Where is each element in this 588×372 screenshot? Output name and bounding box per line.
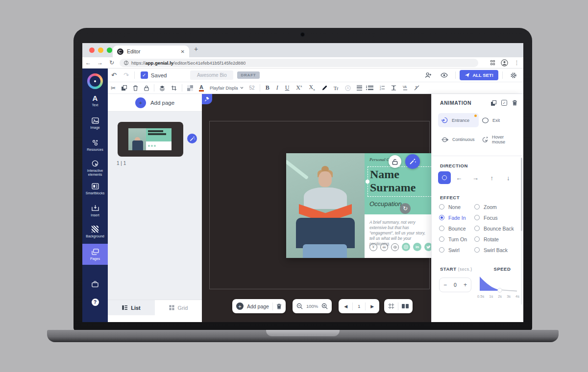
unlock-button[interactable] bbox=[389, 155, 401, 168]
add-page-icon[interactable]: + bbox=[236, 302, 244, 310]
help-button[interactable]: ? bbox=[82, 299, 108, 306]
bold-icon[interactable]: B bbox=[262, 84, 273, 92]
instagram-icon[interactable] bbox=[402, 243, 410, 251]
next-page-icon[interactable]: ▶ bbox=[369, 304, 375, 309]
previous-page-icon[interactable]: ◀ bbox=[343, 304, 349, 309]
direction-down-button[interactable]: ↓ bbox=[500, 174, 517, 182]
window-controls[interactable] bbox=[89, 47, 112, 53]
numbered-list-icon[interactable]: 12 bbox=[376, 85, 388, 91]
direction-right-button[interactable]: → bbox=[467, 174, 484, 182]
speed-curve[interactable] bbox=[478, 275, 518, 294]
page-thumbnail[interactable] bbox=[118, 122, 183, 157]
tab-exit[interactable]: Exit bbox=[479, 113, 519, 127]
add-social-icon[interactable]: + bbox=[369, 243, 377, 251]
maximize-window-icon[interactable] bbox=[107, 47, 112, 53]
tab-grid-view[interactable]: Grid bbox=[155, 300, 202, 315]
browser-tab[interactable]: Editor ✕ bbox=[113, 46, 189, 57]
sidebar-item-text[interactable]: A Text bbox=[82, 94, 108, 107]
link-icon[interactable]: A bbox=[342, 85, 354, 91]
sidebar-item-insert[interactable]: Insert bbox=[82, 204, 108, 217]
all-set-publish-button[interactable]: ALL SET! bbox=[460, 70, 498, 80]
canvas-add-page-button[interactable]: Add page bbox=[247, 303, 269, 309]
back-icon[interactable]: ← bbox=[82, 59, 94, 66]
decrease-start-button[interactable]: − bbox=[443, 281, 447, 288]
preview-eye-icon[interactable] bbox=[437, 72, 451, 78]
browser-menu-icon[interactable]: ⋮ bbox=[514, 60, 519, 66]
design-card[interactable]: Personal Card Name Surname Occupation ↻ bbox=[286, 153, 431, 258]
add-page-button[interactable]: + Add page bbox=[108, 94, 202, 112]
lock-icon[interactable] bbox=[141, 85, 152, 91]
reload-icon[interactable]: ↻ bbox=[106, 59, 118, 66]
transparency-icon[interactable] bbox=[184, 85, 196, 91]
delete-icon[interactable] bbox=[130, 85, 141, 91]
clear-format-icon[interactable]: T bbox=[411, 85, 422, 91]
effect-option-turn-on[interactable]: Turn On bbox=[439, 236, 474, 242]
direction-left-button[interactable]: ← bbox=[451, 174, 467, 182]
sidebar-item-interactive-elements[interactable]: Interactive elements bbox=[82, 160, 108, 177]
sidebar-item-pages[interactable]: Pages bbox=[82, 244, 108, 265]
magic-wand-button[interactable] bbox=[405, 154, 420, 169]
editor-canvas[interactable]: Personal Card Name Surname Occupation ↻ bbox=[202, 94, 431, 322]
font-size-input[interactable]: 52 bbox=[246, 85, 258, 91]
tab-continuous[interactable]: Continuous bbox=[438, 131, 479, 148]
multi-select-icon[interactable]: ✓ bbox=[501, 100, 507, 106]
card-summary-block[interactable]: A brief summary, not very extensive but … bbox=[365, 214, 431, 258]
effect-option-swirl-back[interactable]: Swirl Back bbox=[474, 247, 519, 253]
tab-close-icon[interactable]: ✕ bbox=[181, 49, 185, 54]
selected-text-element[interactable]: Name Surname bbox=[368, 166, 431, 197]
text-transform-icon[interactable]: Tr bbox=[330, 85, 342, 91]
copy-animation-icon[interactable] bbox=[491, 100, 496, 106]
close-window-icon[interactable] bbox=[89, 47, 95, 53]
collaborators-icon[interactable] bbox=[421, 72, 435, 78]
sidebar-item-image[interactable]: Image bbox=[82, 116, 108, 130]
text-color-icon[interactable]: A bbox=[196, 84, 207, 92]
delete-page-icon[interactable] bbox=[276, 303, 282, 309]
superscript-icon[interactable]: Xx bbox=[293, 84, 305, 92]
dual-view-icon[interactable] bbox=[402, 304, 409, 308]
tab-entrance[interactable]: Entrance bbox=[438, 113, 479, 127]
page-magic-wand-button[interactable] bbox=[187, 134, 197, 143]
genially-logo-icon[interactable] bbox=[87, 73, 103, 89]
bullet-list-icon[interactable] bbox=[365, 86, 376, 90]
settings-gear-icon[interactable] bbox=[507, 72, 520, 79]
zoom-in-icon[interactable] bbox=[321, 303, 328, 309]
layers-icon[interactable] bbox=[156, 85, 168, 91]
cut-icon[interactable]: ✂ bbox=[108, 85, 119, 92]
underline-icon[interactable]: U bbox=[282, 84, 293, 92]
rotate-handle-icon[interactable]: ↻ bbox=[400, 203, 411, 214]
delete-animation-icon[interactable] bbox=[512, 100, 517, 106]
effect-option-fade-in[interactable]: Fade In bbox=[439, 214, 474, 221]
duplicate-icon[interactable] bbox=[119, 85, 130, 91]
direction-up-button[interactable]: ↑ bbox=[484, 174, 500, 182]
brand-kit-button[interactable] bbox=[82, 280, 108, 288]
sidebar-item-background[interactable]: Background bbox=[82, 225, 108, 238]
highlight-pencil-icon[interactable] bbox=[318, 85, 330, 91]
effect-option-swirl[interactable]: Swirl bbox=[439, 247, 474, 253]
italic-icon[interactable]: I bbox=[273, 84, 282, 92]
zoom-out-icon[interactable] bbox=[296, 303, 303, 309]
effect-option-bounce-back[interactable]: Bounce Back bbox=[474, 225, 519, 232]
font-family-select[interactable]: Playfair Displa bbox=[207, 86, 246, 91]
grid-guides-icon[interactable] bbox=[388, 303, 394, 309]
increase-start-button[interactable]: + bbox=[464, 281, 467, 288]
linkedin-icon[interactable]: in bbox=[413, 243, 421, 251]
infinity-icon[interactable]: ∞ bbox=[380, 243, 388, 251]
effect-option-bounce[interactable]: Bounce bbox=[439, 225, 474, 232]
selection-handle[interactable] bbox=[366, 180, 369, 184]
address-bar[interactable]: https://app.genial.ly/editor/5ec41efeb41… bbox=[120, 59, 478, 67]
line-height-icon[interactable] bbox=[388, 85, 399, 91]
effect-option-rotate[interactable]: Rotate bbox=[474, 236, 519, 242]
letter-spacing-icon[interactable]: VA bbox=[399, 85, 411, 91]
twitter-icon[interactable] bbox=[424, 243, 431, 251]
crop-frame-icon[interactable] bbox=[168, 85, 180, 91]
direction-center-button[interactable] bbox=[438, 171, 451, 184]
sidebar-item-resources[interactable]: Resources bbox=[82, 139, 108, 152]
tab-list-view[interactable]: List bbox=[108, 300, 155, 315]
effect-option-zoom[interactable]: Zoom bbox=[474, 204, 519, 210]
forward-icon[interactable]: → bbox=[94, 59, 106, 66]
subscript-icon[interactable]: Xx bbox=[306, 84, 318, 92]
redo-icon[interactable]: ↷ bbox=[120, 71, 132, 79]
align-justify-icon[interactable] bbox=[354, 85, 365, 91]
effect-option-none[interactable]: None bbox=[439, 204, 474, 210]
apps-grid-icon[interactable] bbox=[490, 60, 495, 65]
